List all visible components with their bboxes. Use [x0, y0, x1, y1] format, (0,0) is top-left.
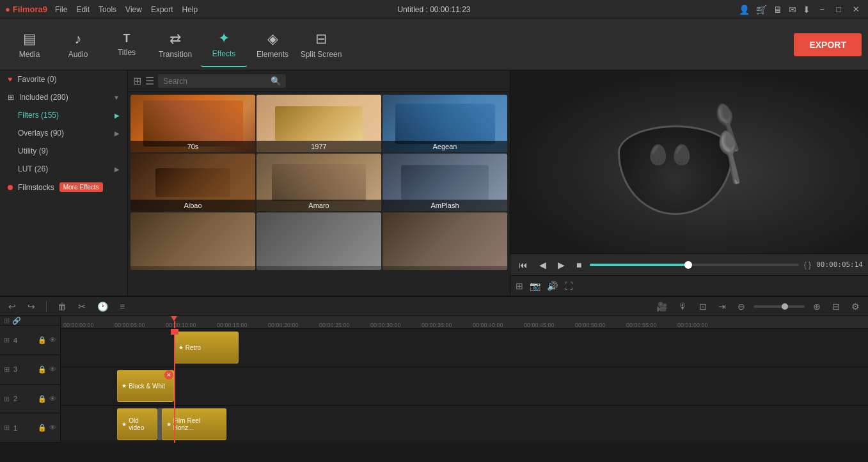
toolbar-splitscreen[interactable]: ⊟ Split Screen	[298, 22, 344, 67]
eye-icon[interactable]: 👁	[49, 424, 56, 432]
menu-view[interactable]: View	[125, 5, 142, 14]
cut-button[interactable]: ✂	[75, 300, 89, 313]
fullscreen-tool[interactable]: ⛶	[564, 281, 573, 291]
overlays-item[interactable]: Overlays (90) ▶	[0, 124, 127, 142]
toolbar-effects[interactable]: ✦ Effects	[201, 22, 247, 67]
track-header-1: ⊞ 1 🔒 👁	[0, 413, 60, 443]
menu-export[interactable]: Export	[151, 5, 173, 14]
ruler-55: 00:00:55:00	[626, 322, 677, 328]
clip-oldvideo[interactable]: ★ Old video	[117, 408, 157, 440]
settings-icon[interactable]: ⚙	[848, 300, 863, 313]
track2-controls: 🔒 👁	[38, 395, 56, 403]
track2-number: 2	[13, 395, 17, 402]
minimize-button[interactable]: −	[817, 3, 828, 15]
toolbar-elements[interactable]: ◈ Elements	[249, 22, 296, 67]
pip-icon[interactable]: ⊡	[696, 300, 710, 313]
effect-amplash[interactable]: AmPlash	[383, 154, 507, 211]
device-icon[interactable]: 🖥	[773, 4, 782, 15]
preview-panel: 🥄 🥚🥚 ⏮ ◀ ▶ ■ { } 00:00:05:14 ⊞ 📷 🔊 ⛶	[510, 70, 868, 296]
lut-item[interactable]: LUT (26) ▶	[0, 160, 127, 178]
undo-button[interactable]: ↩	[5, 300, 19, 313]
track3-number: 3	[13, 365, 17, 373]
effect-70s[interactable]: 70s	[130, 95, 255, 152]
effect-aibao[interactable]: Aibao	[130, 154, 255, 211]
clip-filmreel[interactable]: ★ Film Reel Horiz...	[162, 408, 226, 440]
progress-bar[interactable]	[590, 264, 798, 266]
lock-icon[interactable]: 🔒	[38, 336, 47, 344]
ruler-20: 00:00:20:00	[268, 322, 319, 328]
rewind-button[interactable]: ⏮	[516, 258, 531, 272]
effect-more-3[interactable]	[383, 212, 507, 270]
heart-icon: ♥	[8, 75, 12, 84]
eye-icon[interactable]: 👁	[49, 336, 56, 344]
download-icon[interactable]: ⬇	[803, 4, 810, 15]
zoom-in-icon[interactable]: ⊕	[810, 300, 824, 313]
app-logo: ● Filmora9	[5, 4, 47, 14]
export-button[interactable]: EXPORT	[794, 33, 862, 56]
utility-item[interactable]: Utility (9)	[0, 142, 127, 160]
list-view-icon[interactable]: ☰	[145, 75, 154, 87]
prev-frame-button[interactable]: ◀	[536, 258, 549, 272]
close-button[interactable]: ✕	[849, 3, 863, 15]
maximize-button[interactable]: □	[833, 3, 844, 15]
toolbar-titles[interactable]: T Titles	[104, 22, 150, 67]
effect-more-1[interactable]	[130, 212, 255, 270]
included-item[interactable]: ⊞ Included (280) ▼	[0, 88, 127, 106]
snapshot-tool[interactable]: 📷	[530, 281, 541, 291]
effect-amaro[interactable]: Amaro	[256, 154, 381, 211]
track2-icon: ⊞	[4, 395, 10, 403]
cart-icon[interactable]: 🛒	[756, 4, 767, 15]
camera-icon[interactable]: 🎥	[653, 300, 670, 313]
track1-icon: ⊞	[4, 424, 10, 432]
menu-help[interactable]: Help	[182, 5, 198, 14]
menu-edit[interactable]: Edit	[76, 5, 90, 14]
effect-label-more3	[383, 266, 507, 270]
menu-file[interactable]: File	[55, 5, 67, 14]
motion-icon[interactable]: ⇥	[715, 300, 729, 313]
filters-item[interactable]: Filters (155) ▶	[0, 106, 127, 124]
lock-icon[interactable]: 🔒	[38, 395, 47, 403]
audio-track-icon[interactable]: 🎙	[675, 300, 691, 313]
toolbar-media[interactable]: ▤ Media	[6, 22, 52, 67]
clip-delete-button[interactable]: ✕	[164, 370, 173, 379]
user-icon[interactable]: 👤	[739, 4, 750, 15]
eye-icon[interactable]: 👁	[49, 365, 56, 374]
effect-aegean[interactable]: Aegean	[383, 95, 507, 152]
preview-video: 🥄 🥚🥚	[510, 70, 868, 253]
redo-button[interactable]: ↪	[24, 300, 38, 313]
add-track-icon[interactable]: ⊞	[4, 317, 10, 325]
eye-icon[interactable]: 👁	[49, 395, 56, 403]
toolbar-transition[interactable]: ⇄ Transition	[152, 22, 198, 67]
favorite-item[interactable]: ♥ Favorite (0)	[0, 70, 127, 88]
titles-icon: T	[123, 32, 130, 45]
timeline-ruler[interactable]: 00:00:00:00 00:00:05:00 00:00:10:00 00:0…	[61, 316, 868, 329]
toolbar-audio[interactable]: ♪ Audio	[55, 22, 101, 67]
in-point-button[interactable]: { }	[804, 260, 811, 269]
effect-more-2[interactable]	[256, 212, 381, 270]
link-icon[interactable]: 🔗	[12, 317, 21, 325]
menu-tools[interactable]: Tools	[99, 5, 116, 14]
titlebar: ● Filmora9 File Edit Tools View Export H…	[0, 0, 868, 19]
circle-minus-icon[interactable]: ⊖	[734, 300, 748, 313]
email-icon[interactable]: ✉	[789, 4, 796, 15]
insert-marker-button[interactable]: 🕐	[94, 300, 111, 313]
search-input[interactable]	[163, 77, 267, 86]
grid-view-icon[interactable]: ⊞	[133, 75, 141, 87]
lock-icon[interactable]: 🔒	[38, 365, 47, 374]
track-row-2: ★ Old video ★ Film Reel Horiz...	[61, 406, 868, 443]
more-effects-badge[interactable]: More Effects	[59, 182, 103, 192]
play-button[interactable]: ▶	[555, 258, 568, 272]
effect-label-amaro: Amaro	[256, 200, 381, 211]
stop-button[interactable]: ■	[573, 258, 585, 272]
lock-icon[interactable]: 🔒	[38, 424, 47, 432]
adjustments-button[interactable]: ≡	[116, 300, 128, 313]
effect-1977[interactable]: 1977	[256, 95, 381, 152]
volume-tool[interactable]: 🔊	[547, 281, 558, 291]
delete-button[interactable]: 🗑	[54, 300, 70, 313]
effects-icon: ✦	[218, 30, 230, 47]
clip-retro[interactable]: ★ Retro	[174, 331, 239, 363]
grid-layout-icon[interactable]: ⊟	[829, 300, 843, 313]
crop-tool[interactable]: ⊞	[516, 281, 523, 291]
zoom-slider[interactable]	[754, 305, 805, 308]
clip-blackwhite[interactable]: ★ Black & Whit ✕	[117, 370, 173, 402]
